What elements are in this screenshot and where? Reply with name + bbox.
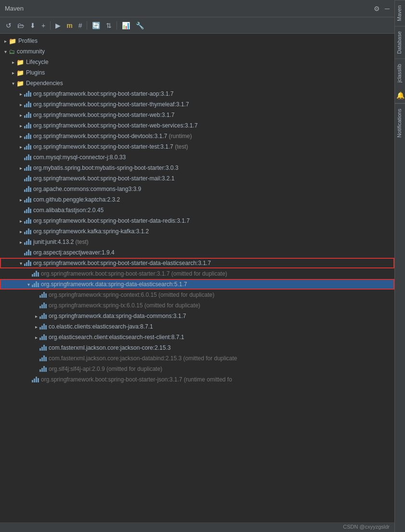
item-label-profiles: Profiles: [18, 38, 38, 44]
tree-item-dep17b7[interactable]: com.fasterxml.jackson.core:jackson-datab…: [0, 353, 394, 364]
arrow-dep15[interactable]: [17, 240, 24, 245]
item-label-dep6: org.springframework.boot:spring-boot-sta…: [33, 143, 188, 150]
tree-item-dep17a[interactable]: org.springframework.boot:spring-boot-sta…: [0, 268, 394, 279]
bar-icon-dep3: [24, 112, 31, 118]
tree-item-dep17c[interactable]: org.springframework.boot:spring-boot-sta…: [0, 374, 394, 385]
arrow-dep17b4[interactable]: [33, 324, 39, 329]
download-button[interactable]: ⬇: [28, 21, 38, 30]
tree-item-dep17b1[interactable]: org.springframework:spring-context:6.0.1…: [0, 290, 394, 300]
arrow-dependencies[interactable]: [10, 81, 16, 86]
tree-item-dep17b6[interactable]: com.fasterxml.jackson.core:jackson-core:…: [0, 342, 394, 353]
tree-item-dep5[interactable]: org.springframework.boot:spring-boot-dev…: [0, 131, 394, 141]
notification-icon[interactable]: 🔔: [395, 88, 405, 103]
bar-icon-dep17b7: [39, 355, 47, 361]
arrow-dep17b[interactable]: [25, 282, 32, 287]
tree-item-dep17[interactable]: org.springframework.boot:spring-boot-sta…: [0, 258, 394, 268]
arrow-plugins[interactable]: [10, 70, 16, 76]
arrow-dep1[interactable]: [17, 91, 24, 97]
arrow-dep17b5[interactable]: [33, 335, 39, 340]
bar-icon-dep11: [24, 197, 31, 203]
bar-icon-dep12: [24, 207, 31, 213]
open-folder-button[interactable]: 🗁: [15, 21, 26, 30]
item-label-dependencies: Dependencies: [26, 80, 63, 87]
item-label-dep17a: org.springframework.boot:spring-boot-sta…: [41, 270, 227, 277]
bar-icon-dep4: [24, 123, 31, 128]
refresh-button[interactable]: ↺: [4, 21, 13, 30]
tree-item-dep8[interactable]: org.mybatis.spring.boot:mybatis-spring-b…: [0, 163, 394, 173]
arrow-dep17[interactable]: [17, 261, 24, 266]
tree-container[interactable]: 📁Profiles🗂community📁Lifecycle📁Plugins📁De…: [0, 34, 394, 522]
arrow-dep2[interactable]: [17, 102, 24, 107]
config-button[interactable]: 🔧: [134, 21, 146, 30]
item-suffix-dep15: (test): [74, 239, 89, 245]
tree-item-dep15[interactable]: junit:junit:4.13.2 (test): [0, 237, 394, 247]
tree-item-dep3[interactable]: org.springframework.boot:spring-boot-sta…: [0, 110, 394, 120]
arrow-dep8[interactable]: [17, 165, 24, 171]
settings-icon[interactable]: ⚙: [374, 5, 380, 13]
module-icon-community: 🗂: [9, 48, 15, 55]
separator-2: [87, 21, 87, 30]
tree-item-dep11[interactable]: com.github.penggle:kaptcha:2.3.2: [0, 194, 394, 205]
arrow-lifecycle[interactable]: [10, 60, 16, 65]
item-label-dep8: org.mybatis.spring.boot:mybatis-spring-b…: [33, 165, 178, 171]
arrow-dep13[interactable]: [17, 218, 24, 224]
bar-icon-dep9: [24, 176, 31, 181]
sidebar-tab-jclasslib[interactable]: jclasslib: [395, 59, 405, 88]
tree-item-dep17b[interactable]: org.springframework.data:spring-data-ela…: [0, 279, 394, 290]
tree-item-dep7[interactable]: com.mysql:mysql-connector-j:8.0.33: [0, 152, 394, 163]
tree-item-dep17b4[interactable]: co.elastic.clients:elasticsearch-java:8.…: [0, 321, 394, 332]
tree-item-dep10[interactable]: org.apache.commons:commons-lang3:3.9: [0, 184, 394, 194]
arrow-community[interactable]: [2, 49, 9, 54]
item-label-dep12: com.alibaba:fastjson:2.0.45: [33, 207, 104, 214]
tree-item-dep12[interactable]: com.alibaba:fastjson:2.0.45: [0, 205, 394, 215]
tree-item-dep17b5[interactable]: org.elasticsearch.client:elasticsearch-r…: [0, 332, 394, 342]
tree-item-dep17b3[interactable]: org.springframework.data:spring-data-com…: [0, 311, 394, 321]
arrow-dep3[interactable]: [17, 113, 24, 118]
bottom-bar: CSDN @cxyyzgsldr: [0, 522, 394, 532]
tree-item-dep17b8[interactable]: org.slf4j:slf4j-api:2.0.9 (omitted for d…: [0, 364, 394, 374]
arrow-profiles[interactable]: [2, 38, 9, 44]
tree-item-dep2[interactable]: org.springframework.boot:spring-boot-sta…: [0, 99, 394, 110]
sidebar-tab-notifications[interactable]: Notifications: [395, 103, 405, 142]
separator-3: [117, 21, 117, 30]
bar-icon-dep17: [24, 260, 31, 266]
arrow-dep4[interactable]: [17, 123, 24, 128]
tree-item-dep16[interactable]: org.aspectj:aspectjweaver:1.9.4: [0, 247, 394, 258]
tree-item-dep17b2[interactable]: org.springframework:spring-tx:6.0.15 (om…: [0, 300, 394, 311]
separator-1: [50, 21, 51, 30]
item-label-dep1: org.springframework.boot:spring-boot-sta…: [33, 90, 173, 97]
sort-button[interactable]: ⇅: [104, 21, 114, 30]
cycle-button[interactable]: 🔄: [90, 21, 102, 30]
arrow-dep11[interactable]: [17, 197, 24, 203]
maven-button[interactable]: m: [65, 21, 74, 30]
arrow-dep14[interactable]: [17, 229, 24, 234]
item-label-dep7: com.mysql:mysql-connector-j:8.0.33: [33, 154, 126, 161]
tree-item-plugins[interactable]: 📁Plugins: [0, 67, 394, 78]
tree-item-dep9[interactable]: org.springframework.boot:spring-boot-sta…: [0, 173, 394, 184]
tree-item-dep4[interactable]: org.springframework.boot:spring-boot-sta…: [0, 120, 394, 131]
folder-icon-lifecycle: 📁: [16, 59, 24, 66]
arrow-dep17b3[interactable]: [33, 314, 39, 319]
item-label-dep15: junit:junit:4.13.2 (test): [33, 239, 89, 245]
tree-item-dependencies[interactable]: 📁Dependencies: [0, 78, 394, 89]
add-button[interactable]: +: [39, 21, 47, 30]
bar-icon-dep13: [24, 218, 31, 224]
tree-item-community[interactable]: 🗂community: [0, 46, 394, 57]
attribution: CSDN @cxyyzgsldr: [343, 524, 390, 530]
tree-item-profiles[interactable]: 📁Profiles: [0, 36, 394, 46]
arrow-dep6[interactable]: [17, 144, 24, 150]
hash-button[interactable]: #: [77, 21, 84, 30]
sidebar-tab-maven[interactable]: Maven: [395, 0, 405, 26]
minimize-icon[interactable]: ─: [385, 5, 390, 13]
arrow-dep5[interactable]: [17, 134, 24, 139]
sidebar-tab-database[interactable]: Database: [395, 26, 405, 59]
run-button[interactable]: ▶: [53, 21, 63, 30]
analyze-button[interactable]: 📊: [120, 21, 132, 30]
bar-icon-dep17b5: [39, 334, 47, 340]
item-label-dep5: org.springframework.boot:spring-boot-dev…: [33, 133, 192, 139]
tree-item-dep13[interactable]: org.springframework.boot:spring-boot-sta…: [0, 215, 394, 226]
tree-item-dep1[interactable]: org.springframework.boot:spring-boot-sta…: [0, 89, 394, 99]
tree-item-lifecycle[interactable]: 📁Lifecycle: [0, 57, 394, 67]
tree-item-dep6[interactable]: org.springframework.boot:spring-boot-sta…: [0, 141, 394, 152]
tree-item-dep14[interactable]: org.springframework.kafka:spring-kafka:3…: [0, 226, 394, 237]
